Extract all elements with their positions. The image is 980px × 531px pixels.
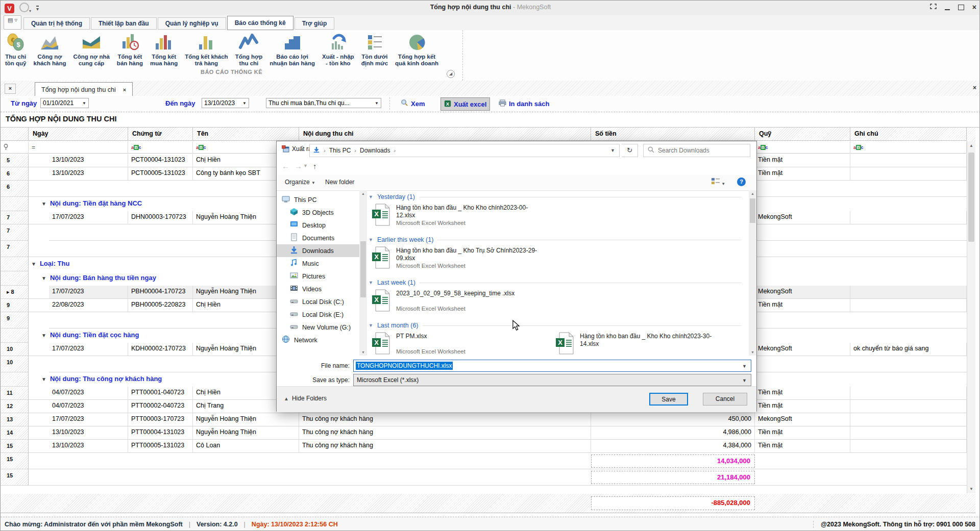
back-icon[interactable]: ←	[282, 162, 289, 170]
grid-cell-ngay[interactable]: 13/10/2023	[49, 167, 128, 181]
grid-cell-quy[interactable]: MekongSoft	[755, 343, 850, 356]
forward-icon[interactable]: →	[295, 162, 302, 170]
grid-cell-chungtu[interactable]: PBH00005-220823	[128, 299, 193, 312]
ribbon-item[interactable]: Tổng kết bán hàng	[113, 31, 146, 68]
grid-cell-ghichu[interactable]	[850, 440, 967, 453]
file-group-header[interactable]: ▼Earlier this week (1)	[369, 234, 749, 245]
save-type-select[interactable]: Microsoft Excel (*.xlsx) ▼	[353, 374, 751, 386]
scroll-down-icon[interactable]: ▼	[359, 350, 367, 354]
file-group-header[interactable]: ▼Last week (1)	[369, 277, 749, 288]
grid-cell-quy[interactable]: MekongSoft	[755, 286, 850, 299]
grid-cell-quy[interactable]: Tiền mặt	[755, 167, 850, 181]
grid-cell-ghichu[interactable]	[850, 211, 967, 224]
ribbon-item[interactable]: Tổng hợp kết quả kinh doanh	[391, 31, 442, 68]
grid-cell-sotien[interactable]: 4,986,000	[591, 426, 755, 440]
row-indicator[interactable]: 6	[1, 167, 29, 181]
close-button[interactable]: ×	[972, 3, 976, 11]
table-row[interactable]: 1317/07/2023PTT00003-170723Nguyễn Hoàng …	[1, 413, 975, 426]
scrollbar-thumb[interactable]	[750, 198, 755, 223]
column-header[interactable]: Nội dung thu chi	[299, 128, 591, 141]
sidebar-item-this-pc[interactable]: This PC	[277, 193, 359, 206]
ribbon-item[interactable]: Tổng kết mua hàng	[146, 31, 181, 68]
column-header[interactable]: Số tiền	[591, 128, 755, 141]
hide-folders-button[interactable]: ▲Hide Folders	[284, 395, 327, 402]
grid-cell-chungtu[interactable]: PTT00001-040723	[128, 387, 193, 400]
sidebar-item-documents[interactable]: Documents	[277, 232, 359, 244]
up-icon[interactable]: ↑	[313, 162, 317, 170]
breadcrumb-downloads[interactable]: Downloads	[360, 147, 390, 154]
grid-cell-ngay[interactable]: 04/07/2023	[49, 387, 128, 400]
file-item[interactable]: XHàng tồn kho ban đầu _ Kho Trụ Sở Chính…	[369, 245, 552, 275]
grid-cell-quy[interactable]: Tiền mặt	[755, 440, 850, 453]
scrollbar-thumb[interactable]	[360, 241, 366, 297]
grid-cell-quy[interactable]: Tiền mặt	[755, 387, 850, 400]
grid-cell-ghichu[interactable]	[850, 286, 967, 299]
grid-cell-chungtu[interactable]: PCT00004-131023	[128, 154, 193, 167]
address-dropdown-icon[interactable]: ▼	[610, 148, 615, 153]
chevron-down-icon[interactable]: ▼	[742, 378, 747, 383]
chevron-down-icon[interactable]: ▼	[742, 364, 747, 369]
grid-cell-chungtu[interactable]: DHN00003-170723	[128, 211, 193, 224]
ribbon-item[interactable]: Tổng hợp thu chi	[232, 31, 266, 68]
grid-cell-chungtu[interactable]: PTT00005-131023	[128, 440, 193, 453]
filter-cell[interactable]: aBc	[128, 141, 193, 154]
minimize-button[interactable]	[945, 5, 950, 10]
grid-cell-ngay[interactable]: 22/08/2023	[49, 299, 128, 312]
grid-cell-ngay[interactable]: 17/07/2023	[49, 413, 128, 426]
grid-cell-ghichu[interactable]	[850, 167, 967, 181]
row-indicator[interactable]: 13	[1, 413, 29, 426]
grid-cell-quy[interactable]: MekongSoft	[755, 413, 850, 426]
type-select[interactable]: Thu chi mua bán,Thu chi qu...▼	[266, 98, 381, 108]
fullscreen-icon[interactable]	[930, 4, 937, 11]
grid-cell-quy[interactable]: Tiền mặt	[755, 426, 850, 440]
close-all-tabs-button[interactable]: ×	[5, 84, 16, 94]
ribbon-group-options-icon[interactable]: ◢	[447, 70, 455, 78]
grid-cell-ngay[interactable]: 04/07/2023	[49, 400, 128, 413]
filter-cell[interactable]: =	[29, 141, 128, 154]
row-indicator[interactable]: 14	[1, 426, 29, 440]
ribbon-tab-0[interactable]: Quản trị hệ thống	[23, 17, 90, 30]
ribbon-item[interactable]: Tồn dưới định mức	[358, 31, 391, 68]
grid-cell-ghichu[interactable]	[850, 400, 967, 413]
grid-cell-noidung[interactable]: Thu công nợ khách hàng	[299, 413, 591, 426]
grid-cell-ghichu[interactable]	[850, 387, 967, 400]
grid-vertical-scrollbar[interactable]: ▲ ▼	[967, 141, 975, 493]
ribbon-item[interactable]: Xuất - nhập - tồn kho	[318, 31, 358, 68]
document-tab[interactable]: Tổng hợp nội dung thu chi ×	[35, 82, 133, 96]
close-tab-icon[interactable]: ×	[123, 87, 126, 93]
ribbon-item[interactable]: Công nợ khách hàng	[30, 31, 70, 68]
scroll-up-icon[interactable]: ▲	[967, 143, 975, 148]
organize-button[interactable]: Organize ▼	[285, 179, 315, 186]
sidebar-item-desktop[interactable]: Desktop	[277, 219, 359, 232]
column-header[interactable]: Quỹ	[755, 128, 850, 141]
print-list-button[interactable]: In danh sách	[496, 97, 552, 110]
column-header[interactable]: Ngày	[29, 128, 128, 141]
from-date-input[interactable]: 01/10/2021▼	[40, 98, 89, 108]
grid-hscroll-area[interactable]	[1, 486, 975, 494]
file-item[interactable]: XHàng tồn kho ban đầu _ Kho Kho chính202…	[552, 331, 736, 356]
grid-cell-chungtu[interactable]: PTT00004-131023	[128, 426, 193, 440]
row-indicator[interactable]: 15	[1, 440, 29, 453]
table-row[interactable]: 1413/10/2023PTT00004-131023Nguyễn Hoàng …	[1, 426, 975, 440]
file-name-input[interactable]: TONGHOPNOIDUNGTHUCHI.xlsx ▼	[353, 360, 751, 372]
breadcrumb-this-pc[interactable]: This PC	[329, 147, 351, 154]
grid-cell-ghichu[interactable]	[850, 154, 967, 167]
grid-cell-chungtu[interactable]: PTT00003-170723	[128, 413, 193, 426]
ribbon-tab-1[interactable]: Thiết lập ban đầu	[91, 17, 157, 30]
grid-cell-quy[interactable]: Tiền mặt	[755, 299, 850, 312]
scrollbar-thumb[interactable]	[968, 153, 974, 242]
export-excel-button[interactable]: X Xuất excel	[440, 97, 490, 111]
grid-cell-ngay[interactable]: 13/10/2023	[49, 440, 128, 453]
row-indicator[interactable]: 10	[1, 343, 29, 356]
cancel-button[interactable]: Cancel	[703, 393, 747, 406]
row-indicator[interactable]: 7	[1, 211, 29, 224]
grid-cell-ngay[interactable]: 17/07/2023	[49, 286, 128, 299]
history-dropdown-icon[interactable]: ▼	[303, 163, 308, 168]
grid-cell-sotien[interactable]: 4,384,000	[591, 440, 755, 453]
file-group-header[interactable]: ▼Last month (6)	[369, 320, 749, 331]
filter-cell[interactable]: aBc	[755, 141, 850, 154]
grid-cell-ghichu[interactable]	[850, 426, 967, 440]
grid-cell-quy[interactable]: MekongSoft	[755, 211, 850, 224]
ribbon-tab-4[interactable]: Trợ giúp	[295, 17, 335, 30]
sidebar-item-network[interactable]: Network	[277, 334, 359, 346]
